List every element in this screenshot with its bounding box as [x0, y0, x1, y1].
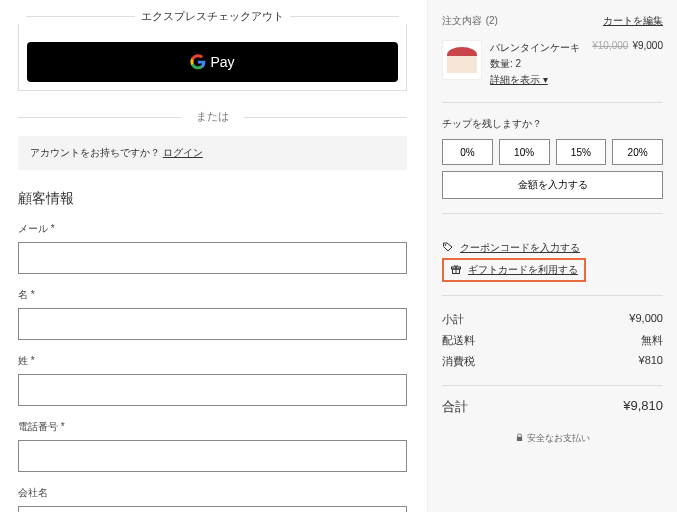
account-prompt-bar: アカウントをお持ちですか？ ログイン [18, 136, 407, 170]
login-link[interactable]: ログイン [163, 147, 203, 158]
lastname-label: 姓 * [18, 354, 407, 368]
firstname-field[interactable] [18, 308, 407, 340]
subtotal-value: ¥9,000 [629, 312, 663, 327]
tip-question: チップを残しますか？ [442, 117, 663, 131]
giftcard-link[interactable]: ギフトカードを利用する [468, 263, 578, 277]
edit-cart-link[interactable]: カートを編集 [603, 14, 663, 28]
svg-point-0 [445, 245, 446, 246]
phone-label: 電話番号 * [18, 420, 407, 434]
grand-total-value: ¥9,810 [623, 398, 663, 416]
tip-option-2[interactable]: 15% [556, 139, 607, 165]
product-thumbnail [442, 40, 482, 80]
tip-option-1[interactable]: 10% [499, 139, 550, 165]
lock-icon [515, 433, 524, 442]
company-field[interactable] [18, 506, 407, 512]
coupon-link[interactable]: クーポンコードを入力する [460, 241, 580, 255]
price-current: ¥9,000 [632, 40, 663, 51]
email-label: メール * [18, 222, 407, 236]
firstname-label: 名 * [18, 288, 407, 302]
product-qty: 数量: 2 [490, 56, 584, 72]
google-pay-button[interactable]: Pay [27, 42, 398, 82]
tag-icon [442, 241, 454, 255]
shipping-label: 配送料 [442, 333, 475, 348]
express-checkout-title: エクスプレスチェックアウト [135, 10, 290, 22]
shipping-value: 無料 [641, 333, 663, 348]
cart-item: バレンタインケーキ 数量: 2 詳細を表示 ▾ ¥10,000¥9,000 [442, 40, 663, 103]
subtotal-label: 小計 [442, 312, 464, 327]
grand-total-label: 合計 [442, 398, 468, 416]
product-name: バレンタインケーキ [490, 40, 584, 56]
customer-info-heading: 顧客情報 [18, 190, 407, 208]
gift-icon [450, 263, 462, 277]
price-original: ¥10,000 [592, 40, 628, 51]
lastname-field[interactable] [18, 374, 407, 406]
tip-custom-amount-button[interactable]: 金額を入力する [442, 171, 663, 199]
tax-label: 消費税 [442, 354, 475, 369]
order-summary-heading: 注文内容 (2) [442, 12, 498, 28]
google-logo-icon [190, 54, 206, 70]
tax-value: ¥810 [639, 354, 663, 369]
show-details-link[interactable]: 詳細を表示 ▾ [490, 74, 548, 85]
company-label: 会社名 [18, 486, 407, 500]
or-divider: または [18, 109, 407, 124]
tip-option-3[interactable]: 20% [612, 139, 663, 165]
email-field[interactable] [18, 242, 407, 274]
tip-option-0[interactable]: 0% [442, 139, 493, 165]
phone-field[interactable] [18, 440, 407, 472]
secure-payment-note: 安全なお支払い [442, 432, 663, 445]
